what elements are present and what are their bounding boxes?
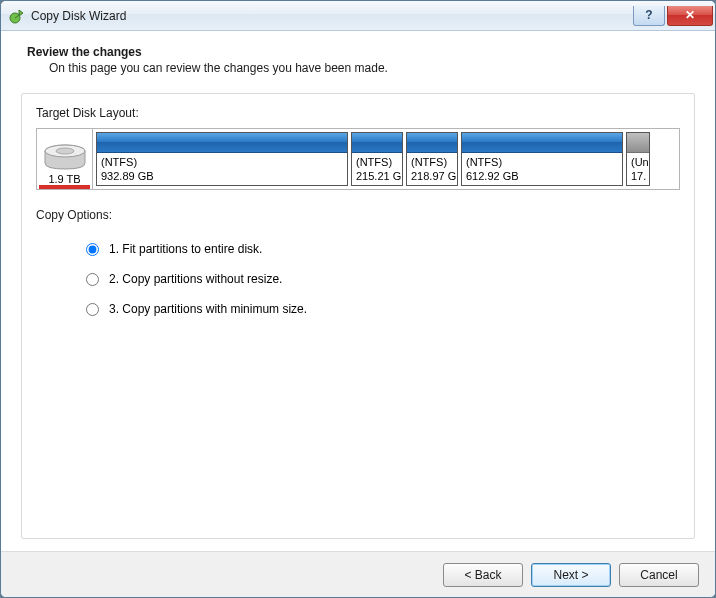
main-panel: Target Disk Layout: 1.9 TB (NTFS)932.89 … (21, 93, 695, 539)
copy-option-text: 1. Fit partitions to entire disk. (109, 242, 262, 256)
copy-option[interactable]: 3. Copy partitions with minimum size. (86, 302, 680, 316)
partition-stripe (627, 133, 649, 153)
copy-option-text: 2. Copy partitions without resize. (109, 272, 282, 286)
next-button[interactable]: Next > (531, 563, 611, 587)
partition-size: 17. (631, 169, 645, 183)
disk-usage-bar (39, 185, 90, 189)
back-button[interactable]: < Back (443, 563, 523, 587)
disk-capacity: 1.9 TB (39, 173, 90, 185)
copy-option-radio[interactable] (86, 303, 99, 316)
disk-layout: 1.9 TB (NTFS)932.89 GB(NTFS)215.21 G(NTF… (36, 128, 680, 190)
partition-stripe (407, 133, 457, 153)
partition-label: (NTFS)932.89 GB (97, 153, 347, 185)
window-buttons: ? ✕ (631, 6, 713, 26)
titlebar[interactable]: Copy Disk Wizard ? ✕ (1, 1, 715, 31)
content-area: Review the changes On this page you can … (1, 31, 715, 551)
partition[interactable]: (NTFS)215.21 G (351, 132, 403, 186)
partition-fs: (NTFS) (356, 155, 398, 169)
svg-point-3 (56, 148, 74, 154)
cancel-button[interactable]: Cancel (619, 563, 699, 587)
partition-stripe (462, 133, 622, 153)
wizard-window: Copy Disk Wizard ? ✕ Review the changes … (0, 0, 716, 598)
partition[interactable]: (NTFS)612.92 GB (461, 132, 623, 186)
partition-label: (NTFS)612.92 GB (462, 153, 622, 185)
window-title: Copy Disk Wizard (31, 9, 631, 23)
hard-disk-icon (43, 143, 87, 173)
partition-label: (NTFS)218.97 GI (407, 153, 457, 185)
partition-label: (Un17. (627, 153, 649, 185)
disk-icon-cell: 1.9 TB (37, 129, 93, 189)
partition-size: 612.92 GB (466, 169, 618, 183)
app-icon (9, 8, 25, 24)
copy-options-section: Copy Options: 1. Fit partitions to entir… (36, 208, 680, 316)
partition-label: (NTFS)215.21 G (352, 153, 402, 185)
partition[interactable]: (Un17. (626, 132, 650, 186)
partition-fs: (NTFS) (466, 155, 618, 169)
partition-size: 215.21 G (356, 169, 398, 183)
partition-fs: (Un (631, 155, 645, 169)
close-button[interactable]: ✕ (667, 6, 713, 26)
copy-options-label: Copy Options: (36, 208, 680, 222)
partition-size: 218.97 GI (411, 169, 453, 183)
partition-strip: (NTFS)932.89 GB(NTFS)215.21 G(NTFS)218.9… (93, 129, 679, 189)
footer: < Back Next > Cancel (1, 551, 715, 597)
partition-fs: (NTFS) (411, 155, 453, 169)
partition-stripe (352, 133, 402, 153)
partition-size: 932.89 GB (101, 169, 343, 183)
copy-option-radio[interactable] (86, 243, 99, 256)
partition[interactable]: (NTFS)932.89 GB (96, 132, 348, 186)
options-list: 1. Fit partitions to entire disk.2. Copy… (36, 230, 680, 316)
page-heading: Review the changes (21, 45, 695, 59)
help-button[interactable]: ? (633, 6, 665, 26)
copy-option-radio[interactable] (86, 273, 99, 286)
copy-option[interactable]: 1. Fit partitions to entire disk. (86, 242, 680, 256)
partition-stripe (97, 133, 347, 153)
partition-fs: (NTFS) (101, 155, 343, 169)
partition[interactable]: (NTFS)218.97 GI (406, 132, 458, 186)
copy-option-text: 3. Copy partitions with minimum size. (109, 302, 307, 316)
page-subheading: On this page you can review the changes … (21, 61, 695, 75)
layout-label: Target Disk Layout: (36, 106, 680, 120)
copy-option[interactable]: 2. Copy partitions without resize. (86, 272, 680, 286)
